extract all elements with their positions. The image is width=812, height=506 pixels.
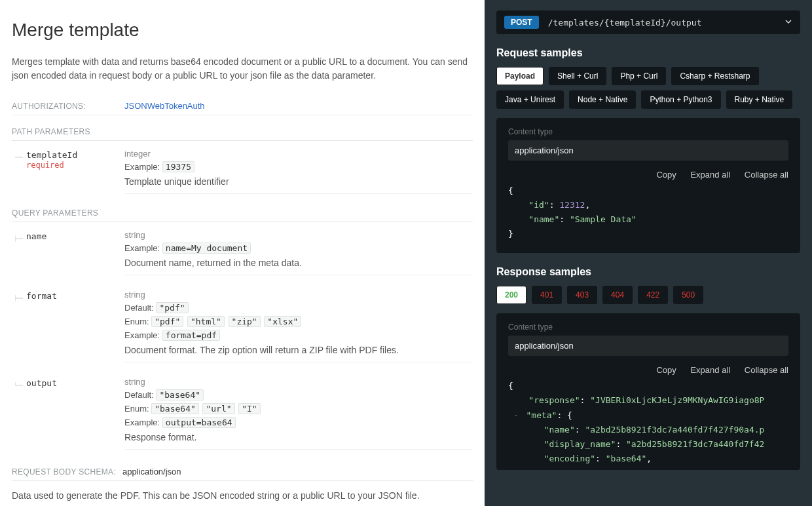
page-title: Merge template bbox=[12, 20, 473, 41]
example-value: format=pdf bbox=[162, 330, 220, 341]
schema-label: REQUEST BODY SCHEMA: bbox=[12, 467, 116, 477]
response-samples-heading: Response samples bbox=[496, 266, 800, 278]
content-type-value: application/json bbox=[508, 140, 788, 161]
enum-value: "base64" bbox=[151, 403, 199, 414]
request-json: { "id": 12312, "name": "Sample Data" } bbox=[508, 184, 788, 241]
tab-payload[interactable]: Payload bbox=[496, 67, 544, 85]
collapse-all-button[interactable]: Collapse all bbox=[745, 365, 788, 375]
default-label: Default: bbox=[124, 390, 154, 400]
tab-200[interactable]: 200 bbox=[496, 286, 526, 304]
enum-value: "url" bbox=[202, 403, 234, 414]
example-label: Example: bbox=[124, 330, 160, 340]
content-type-label: Content type bbox=[508, 322, 788, 332]
path-params-heading: PATH PARAMETERS bbox=[12, 127, 473, 141]
default-value: "pdf" bbox=[156, 302, 188, 313]
tab-422[interactable]: 422 bbox=[638, 286, 668, 304]
tab-403[interactable]: 403 bbox=[567, 286, 597, 304]
endpoint-bar[interactable]: POST /templates/{templateId}/output bbox=[496, 10, 800, 34]
tab-shell-curl[interactable]: Shell + Curl bbox=[549, 67, 606, 85]
collapse-all-button[interactable]: Collapse all bbox=[745, 170, 788, 180]
authorizations-value[interactable]: JSONWebTokenAuth bbox=[124, 101, 205, 111]
query-params-heading: QUERY PARAMETERS bbox=[12, 208, 473, 222]
content-type-value: application/json bbox=[508, 336, 788, 356]
param-name: output bbox=[26, 378, 57, 388]
tab-python-python3[interactable]: Python + Python3 bbox=[641, 90, 720, 109]
default-label: Default: bbox=[124, 303, 154, 313]
request-samples-heading: Request samples bbox=[496, 47, 800, 59]
default-value: "base64" bbox=[156, 389, 204, 400]
endpoint-description: Merges template with data and returns ba… bbox=[12, 55, 473, 83]
tab-401[interactable]: 401 bbox=[532, 286, 562, 304]
param-desc: Document name, returned in the meta data… bbox=[124, 258, 473, 268]
enum-value: "xlsx" bbox=[264, 316, 301, 327]
tree-icon bbox=[12, 290, 26, 302]
param-name: name bbox=[26, 231, 46, 241]
enum-value: "pdf" bbox=[151, 316, 183, 327]
body-description: Data used to generate the PDF. This can … bbox=[12, 490, 473, 501]
response-json: { "response": "JVBERi0xLjcKJeLjz9MKNyAwI… bbox=[508, 379, 788, 466]
param-desc: Response format. bbox=[124, 432, 473, 442]
expand-all-button[interactable]: Expand all bbox=[690, 365, 730, 375]
param-type: string bbox=[124, 290, 473, 300]
example-label: Example: bbox=[124, 418, 160, 427]
request-tabs: Payload Shell + Curl Php + Curl Csharp +… bbox=[496, 67, 800, 109]
param-type: string bbox=[124, 377, 473, 387]
copy-button[interactable]: Copy bbox=[656, 170, 676, 180]
example-label: Example: bbox=[124, 162, 160, 172]
required-tag: required bbox=[26, 161, 77, 170]
enum-label: Enum: bbox=[124, 404, 149, 414]
http-method-badge: POST bbox=[504, 16, 539, 29]
param-desc: Template unique identifier bbox=[124, 176, 473, 187]
example-label: Example: bbox=[124, 243, 160, 253]
chevron-down-icon bbox=[784, 18, 792, 28]
copy-button[interactable]: Copy bbox=[656, 365, 676, 375]
expand-all-button[interactable]: Expand all bbox=[690, 170, 730, 180]
param-type: integer bbox=[124, 149, 473, 159]
param-name: templateId bbox=[26, 150, 77, 160]
content-type-label: Content type bbox=[508, 127, 788, 136]
example-value: output=base64 bbox=[162, 417, 236, 428]
tree-icon bbox=[12, 230, 26, 242]
example-value: 19375 bbox=[162, 161, 194, 172]
tab-php-curl[interactable]: Php + Curl bbox=[612, 67, 666, 85]
endpoint-path: /templates/{templateId}/output bbox=[548, 18, 784, 28]
tab-java-unirest[interactable]: Java + Unirest bbox=[496, 90, 564, 109]
tree-icon bbox=[12, 377, 26, 389]
tab-node-native[interactable]: Node + Native bbox=[569, 90, 636, 109]
tab-500[interactable]: 500 bbox=[673, 286, 703, 304]
tab-404[interactable]: 404 bbox=[602, 286, 633, 304]
tab-ruby-native[interactable]: Ruby + Native bbox=[726, 90, 793, 109]
param-desc: Document format. The zip option will ret… bbox=[124, 345, 473, 355]
enum-value: "html" bbox=[187, 316, 225, 327]
tab-csharp-restsharp[interactable]: Csharp + Restsharp bbox=[671, 67, 758, 85]
example-value: name=My document bbox=[162, 243, 251, 254]
param-name: format bbox=[26, 291, 57, 301]
enum-value: "I" bbox=[238, 403, 260, 414]
param-type: string bbox=[124, 230, 473, 240]
enum-value: "zip" bbox=[229, 316, 261, 327]
tree-icon bbox=[12, 149, 26, 161]
response-tabs: 200 401 403 404 422 500 bbox=[496, 286, 800, 304]
authorizations-label: AUTHORIZATIONS: bbox=[12, 102, 124, 111]
schema-value: application/json bbox=[122, 467, 181, 477]
enum-label: Enum: bbox=[124, 317, 149, 326]
